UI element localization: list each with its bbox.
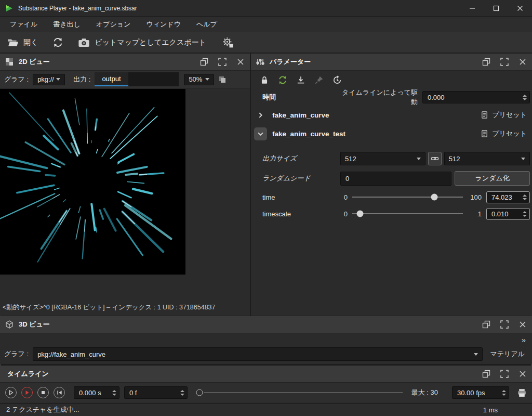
timeline-driven-label: タイムラインによって駆動	[340, 88, 418, 107]
link-size-button[interactable]	[428, 152, 442, 165]
stop-button[interactable]	[37, 387, 49, 398]
maximize-panel-icon[interactable]	[218, 58, 227, 66]
refresh-button[interactable]	[52, 37, 63, 48]
timeline-scrub-slider[interactable]	[196, 389, 403, 396]
tab-output[interactable]: output	[95, 72, 128, 86]
slider-min: 0	[340, 210, 348, 218]
panel-timeline-header: タイムライン	[0, 366, 532, 383]
preset-button[interactable]: プリセット	[481, 129, 527, 138]
folder-open-icon	[7, 38, 19, 47]
panel-3d-title: 3D ビュー	[19, 320, 50, 329]
spinner-arrows[interactable]	[502, 387, 506, 398]
chevron-right-icon[interactable]	[254, 109, 267, 122]
maximize-button[interactable]	[484, 0, 508, 16]
lock-icon[interactable]	[260, 75, 269, 85]
slider-handle[interactable]	[431, 194, 437, 201]
timescale-slider-value[interactable]: 0.010	[486, 208, 530, 220]
timeline-track	[204, 392, 403, 393]
slider-max: 1	[466, 210, 482, 218]
app-window: Substance Player - fake_anim_curve.sbsar…	[0, 0, 532, 416]
play-render-button[interactable]	[21, 387, 33, 398]
zoom-dropdown[interactable]: 50%	[184, 74, 214, 85]
spinner-arrows[interactable]	[523, 192, 527, 203]
close-panel-icon[interactable]	[518, 370, 527, 378]
status-timing: 1 ms	[483, 406, 498, 414]
group-name: fake_anim_curve_test	[272, 130, 345, 138]
play-button[interactable]	[5, 387, 17, 398]
gear-icon	[222, 36, 234, 48]
random-seed-input[interactable]: 0	[340, 172, 451, 186]
layers-icon[interactable]	[218, 75, 228, 84]
panel-timeline: タイムライン	[0, 366, 532, 403]
close-panel-icon[interactable]	[518, 58, 527, 66]
timeline-time-spinbox[interactable]: 0.000 s	[74, 386, 119, 399]
slider-row-time: time 0 100 74.023	[251, 189, 532, 205]
chevron-down-icon[interactable]	[254, 127, 267, 140]
timeline-frame-spinbox[interactable]: 0 f	[124, 386, 188, 399]
starburst-render	[0, 89, 185, 275]
spinner-arrows[interactable]	[180, 387, 184, 398]
menu-export[interactable]: 書き出し	[45, 17, 88, 32]
menu-options[interactable]: オプション	[88, 17, 139, 32]
undock-icon[interactable]	[482, 320, 490, 329]
pin-icon[interactable]	[314, 75, 324, 85]
spinner-arrows[interactable]	[523, 92, 527, 103]
maximize-panel-icon[interactable]	[500, 370, 509, 378]
time-value-spinbox[interactable]: 0.000	[422, 91, 530, 103]
timeline-handle[interactable]	[196, 389, 203, 396]
panel-2d-title: 2D ビュー	[19, 57, 50, 67]
title-bar: Substance Player - fake_anim_curve.sbsar	[0, 0, 532, 17]
spinner-arrows[interactable]	[523, 209, 527, 219]
randomize-button[interactable]: ランダム化	[455, 171, 530, 186]
output-size-row: 出力サイズ 512 512	[251, 151, 532, 166]
render-sequence-icon[interactable]	[517, 388, 527, 397]
undock-icon[interactable]	[482, 58, 490, 66]
output-tabstrip: output	[95, 72, 179, 86]
timeline-max-label: 最大 : 30	[411, 388, 438, 397]
export-bitmap-label: ビットマップとしてエクスポート	[95, 38, 206, 47]
view3d-overflow-chevrons[interactable]: »	[0, 333, 532, 346]
close-panel-icon[interactable]	[236, 58, 245, 66]
maximize-panel-icon[interactable]	[500, 320, 509, 329]
close-panel-icon[interactable]	[518, 320, 527, 329]
graph-3d-dropdown[interactable]: pkg://fake_anim_curve	[33, 347, 483, 361]
open-button[interactable]: 開く	[7, 38, 38, 47]
cube-icon	[5, 320, 14, 329]
set-default-icon[interactable]	[296, 75, 305, 85]
menu-window[interactable]: ウィンドウ	[138, 17, 189, 32]
maximize-panel-icon[interactable]	[500, 58, 509, 66]
view3d-graph-row: グラフ : pkg://fake_anim_curve マテリアル	[0, 346, 532, 362]
menu-help[interactable]: ヘルプ	[189, 17, 225, 32]
time-slider[interactable]	[352, 193, 463, 201]
group-row-fake-anim-curve-test[interactable]: fake_anim_curve_test プリセット	[251, 125, 532, 142]
panel-timeline-title: タイムライン	[7, 369, 49, 379]
group-row-fake-anim-curve[interactable]: fake_anim_curve プリセット	[251, 106, 532, 124]
skip-to-start-button[interactable]	[54, 387, 65, 398]
chevron-down-icon	[474, 353, 478, 356]
app-logo-icon	[5, 4, 14, 12]
sliders-icon	[256, 58, 264, 66]
menu-file[interactable]: ファイル	[2, 17, 45, 32]
fps-spinbox[interactable]: 30.00 fps	[452, 386, 509, 399]
undock-icon[interactable]	[200, 58, 208, 66]
slider-handle[interactable]	[356, 211, 363, 217]
spinner-arrows[interactable]	[112, 387, 116, 398]
refresh-green-icon[interactable]	[278, 75, 287, 85]
preset-button[interactable]: プリセット	[481, 110, 527, 120]
render-canvas[interactable]	[0, 89, 185, 275]
output-size-x-dropdown[interactable]: 512	[340, 152, 425, 165]
undock-icon[interactable]	[482, 370, 490, 378]
params-toolbar	[251, 71, 532, 89]
output-size-y-dropdown[interactable]: 512	[444, 152, 530, 165]
reset-time-icon[interactable]	[332, 75, 342, 85]
preset-doc-icon	[481, 111, 488, 119]
graph-label: グラフ :	[4, 75, 29, 84]
timescale-slider[interactable]	[352, 210, 463, 217]
minimize-button[interactable]	[460, 0, 484, 16]
open-button-label: 開く	[23, 38, 38, 47]
time-slider-value[interactable]: 74.023	[486, 191, 530, 203]
graph-dropdown[interactable]: pkg://	[33, 74, 65, 85]
settings-button[interactable]	[222, 36, 234, 48]
close-button[interactable]	[508, 0, 532, 16]
export-bitmap-button[interactable]: ビットマップとしてエクスポート	[78, 38, 206, 47]
